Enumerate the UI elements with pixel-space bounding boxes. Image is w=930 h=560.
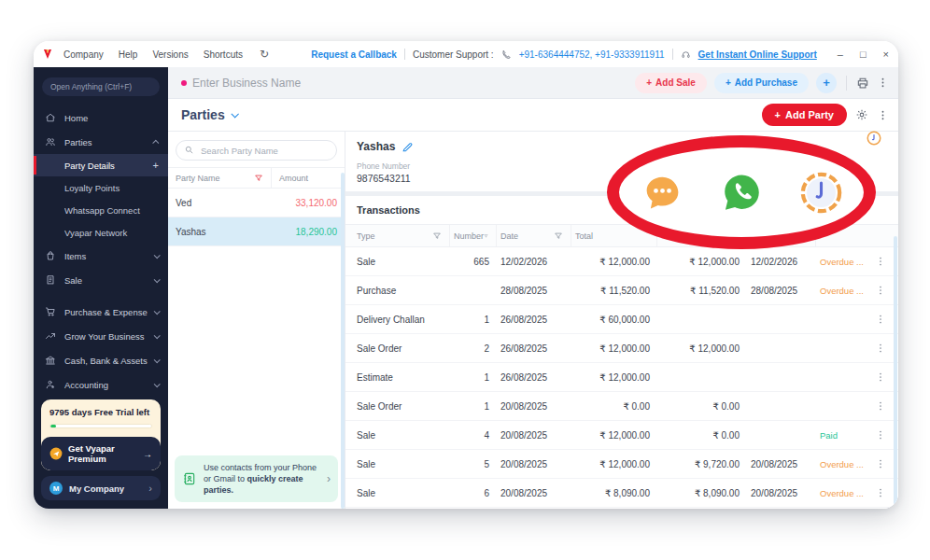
- sms-icon[interactable]: [641, 172, 683, 214]
- filter-icon[interactable]: [254, 174, 263, 183]
- bag-icon: [45, 250, 56, 261]
- search-party-input[interactable]: [176, 140, 337, 161]
- receipt-icon: [45, 274, 56, 286]
- row-kebab-menu-icon[interactable]: [870, 400, 891, 412]
- page-bar: Parties + Add Party: [168, 99, 898, 132]
- menu-shortcuts[interactable]: Shortcuts: [204, 49, 243, 60]
- row-kebab-menu-icon[interactable]: [870, 487, 891, 498]
- party-list-scrollbar[interactable]: [341, 173, 345, 509]
- party-row-yashas[interactable]: Yashas18,290.00: [168, 217, 345, 246]
- menubar: CompanyHelpVersionsShortcuts: [63, 49, 258, 60]
- transaction-row[interactable]: Sale420/08/2025₹ 12,000.00₹ 0.00Paid: [345, 421, 898, 450]
- sidebar-item-partial[interactable]: [34, 392, 168, 398]
- row-kebab-menu-icon[interactable]: [870, 429, 891, 441]
- row-kebab-menu-icon[interactable]: [870, 314, 891, 325]
- titlebar: CompanyHelpVersionsShortcuts ↻ Request a…: [34, 41, 898, 67]
- filter-icon[interactable]: [554, 231, 563, 241]
- row-kebab-menu-icon[interactable]: [870, 343, 891, 354]
- row-kebab-menu-icon[interactable]: [870, 285, 891, 296]
- chevron-down-icon: [154, 332, 161, 339]
- transaction-row[interactable]: Estimate126/08/2025₹ 12,000.00: [345, 363, 898, 392]
- sidebar-item-sale[interactable]: Sale: [34, 268, 168, 292]
- highlight-annotation-circle: [607, 135, 876, 249]
- app-window: CompanyHelpVersionsShortcuts ↻ Request a…: [34, 41, 898, 509]
- search-icon: [184, 145, 194, 155]
- transaction-row[interactable]: Sale Order226/08/2025₹ 12,000.00₹ 12,000…: [345, 334, 898, 363]
- party-list-panel: Party Name Amount Ved33,120.00Yashas18,2…: [168, 132, 345, 509]
- party-name: Yashas: [357, 140, 395, 153]
- add-purchase-button[interactable]: + Add Purchase: [714, 73, 809, 93]
- business-name-field[interactable]: Enter Business Name: [181, 77, 301, 90]
- detail-scrollbar[interactable]: [894, 236, 897, 505]
- sidebar-item-cash-bank-assets[interactable]: Cash, Bank & Assets: [34, 348, 168, 372]
- contacts-book-icon: [182, 471, 197, 486]
- online-support-link[interactable]: Get Instant Online Support: [698, 49, 817, 60]
- add-sale-button[interactable]: + Add Sale: [635, 73, 707, 93]
- page-title[interactable]: Parties: [181, 107, 237, 122]
- payment-reminder-mini-icon[interactable]: [867, 131, 881, 146]
- transaction-row[interactable]: Purchase28/08/2025₹ 11,520.00₹ 11,520.00…: [345, 276, 898, 305]
- sidebar-item-home[interactable]: Home: [34, 105, 168, 130]
- sidebar-item-items[interactable]: Items: [34, 244, 168, 268]
- my-company-button[interactable]: M My Company ›: [41, 476, 161, 500]
- header-kebab-menu-icon[interactable]: [877, 77, 889, 89]
- import-contacts-banner[interactable]: Use contacts from your Phone or Gmail to…: [175, 455, 338, 502]
- trial-days-text: 9795 days Free Trial left: [49, 407, 152, 417]
- edit-pencil-icon[interactable]: [402, 141, 414, 153]
- app-header: Enter Business Name + Add Sale + Add Pur…: [168, 67, 898, 99]
- premium-send-icon: [49, 447, 63, 460]
- transaction-row[interactable]: Sale66512/02/2026₹ 12,000.00₹ 12,000.001…: [345, 247, 898, 276]
- chevron-down-icon: [154, 381, 161, 387]
- filter-icon[interactable]: [432, 231, 442, 241]
- refresh-icon[interactable]: ↻: [260, 48, 269, 61]
- person-icon: [45, 379, 56, 390]
- sidebar-item-grow-your-business[interactable]: Grow Your Business: [34, 324, 168, 348]
- row-kebab-menu-icon[interactable]: [870, 256, 891, 267]
- row-kebab-menu-icon[interactable]: [870, 371, 891, 383]
- print-icon[interactable]: [856, 77, 869, 90]
- party-row-ved[interactable]: Ved33,120.00: [168, 189, 345, 217]
- menu-company[interactable]: Company: [63, 49, 104, 60]
- maximize-button[interactable]: □: [860, 49, 867, 60]
- sidebar-item-purchase-expense[interactable]: Purchase & Expense: [34, 300, 168, 324]
- filter-icon[interactable]: [484, 231, 488, 241]
- chevron-up-icon: [152, 139, 159, 146]
- page-kebab-menu-icon[interactable]: [877, 109, 889, 121]
- sidebar-nav: HomePartiesParty Details+Loyalty PointsW…: [34, 102, 168, 392]
- screen: CompanyHelpVersionsShortcuts ↻ Request a…: [0, 0, 930, 560]
- payment-reminder-icon[interactable]: [800, 172, 842, 214]
- chevron-right-icon: ›: [148, 483, 152, 494]
- whatsapp-icon[interactable]: [721, 172, 763, 214]
- row-kebab-menu-icon[interactable]: [870, 458, 891, 469]
- request-callback-link[interactable]: Request a Callback: [311, 49, 397, 60]
- support-phones[interactable]: +91-6364444752, +91-9333911911: [519, 49, 665, 60]
- get-premium-button[interactable]: Get Vyapar Premium →: [41, 437, 161, 470]
- settings-gear-icon[interactable]: [855, 108, 868, 121]
- sidebar-item-vyapar-network[interactable]: Vyapar Network: [34, 221, 168, 244]
- sidebar-item-whatsapp-connect[interactable]: Whatsapp Connect: [34, 199, 168, 221]
- sidebar-item-party-details[interactable]: Party Details+: [34, 154, 168, 176]
- menu-help[interactable]: Help: [119, 49, 138, 60]
- add-party-button[interactable]: + Add Party: [762, 104, 847, 126]
- quick-add-button[interactable]: +: [816, 73, 837, 93]
- support-label: Customer Support :: [413, 49, 494, 60]
- sidebar-item-accounting[interactable]: Accounting: [34, 372, 168, 392]
- sidebar-item-loyalty-points[interactable]: Loyalty Points: [34, 176, 168, 199]
- required-dot-icon: [181, 80, 187, 86]
- minimize-button[interactable]: –: [838, 49, 843, 60]
- transaction-row[interactable]: Sale Order120/08/2025₹ 0.00₹ 0.00: [345, 392, 898, 421]
- transaction-row[interactable]: Sale520/08/2025₹ 12,000.00₹ 9,720.0020/0…: [345, 450, 898, 479]
- headset-icon: [681, 49, 691, 60]
- open-anything-input[interactable]: [42, 77, 160, 96]
- close-button[interactable]: ×: [883, 49, 889, 60]
- trial-progress-bar: [49, 424, 152, 428]
- home-icon: [45, 112, 56, 123]
- chevron-down-icon: [231, 110, 238, 118]
- menu-versions[interactable]: Versions: [152, 49, 188, 60]
- sidebar-item-parties[interactable]: Parties: [34, 130, 168, 154]
- bank-icon: [45, 355, 56, 366]
- transaction-row[interactable]: Sale620/08/2025₹ 8,090.00₹ 8,090.0020/08…: [345, 479, 898, 508]
- transaction-row[interactable]: Delivery Challan126/08/2025₹ 60,000.00: [345, 305, 898, 334]
- chevron-right-icon: ›: [327, 472, 331, 485]
- users-icon: [45, 136, 56, 147]
